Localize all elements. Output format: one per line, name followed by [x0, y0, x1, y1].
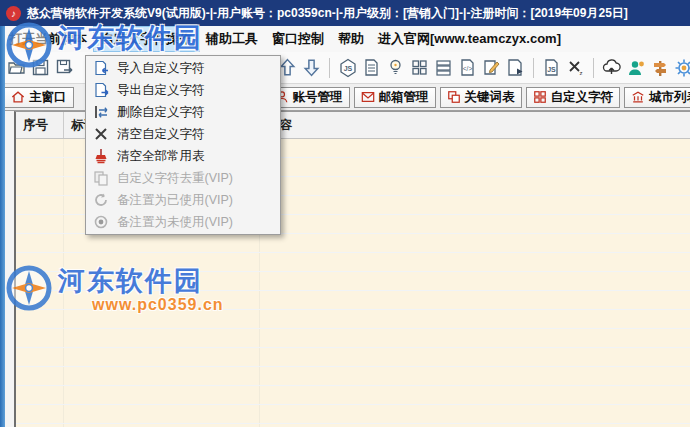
- table-cell: [64, 367, 260, 385]
- table-row: [16, 386, 690, 405]
- title-bar: ♪ 慈众营销软件开发系统V9(试用版)-|-用户账号：pc0359cn-|-用户…: [0, 0, 690, 26]
- column-header-index[interactable]: 序号: [16, 112, 64, 138]
- menu-item-label: 清空全部常用表: [117, 148, 205, 165]
- js-badge-icon[interactable]: JS: [337, 57, 358, 78]
- menu-item-dedup-vip: 自定义字符去重(VIP): [86, 167, 280, 189]
- doc-code-icon[interactable]: </>: [457, 57, 478, 78]
- js-file-icon[interactable]: JS: [541, 57, 562, 78]
- table-cell: [16, 177, 64, 195]
- open-folder-icon[interactable]: [6, 57, 27, 78]
- add-user-icon[interactable]: [625, 57, 646, 78]
- table-cell: [16, 348, 64, 366]
- menu-item-mark-unused-vip: 备注置为未使用(VIP): [86, 211, 280, 233]
- document-icon[interactable]: [361, 57, 382, 78]
- table-cell: [16, 310, 64, 328]
- tab-label: 主窗口: [29, 89, 67, 106]
- tab-city-list[interactable]: 城市列表: [624, 87, 690, 108]
- table-cell: [260, 329, 690, 347]
- table-row: [16, 367, 690, 386]
- menu-aux-tools[interactable]: 辅助工具: [199, 27, 265, 51]
- table-row: [16, 310, 690, 329]
- tab-custom-characters[interactable]: 自定义字符: [526, 87, 621, 108]
- table-cell: [16, 386, 64, 404]
- table-row: [16, 253, 690, 272]
- menu-item-delete-custom-chars[interactable]: 删除自定义字符: [86, 101, 280, 123]
- table-row: [16, 405, 690, 424]
- table-cell: [260, 139, 690, 157]
- tab-label: 关键词表: [465, 89, 515, 106]
- cloud-upload-icon[interactable]: [601, 57, 622, 78]
- table-cell: [260, 196, 690, 214]
- table-cell: [64, 405, 260, 423]
- tab-keyword-list[interactable]: 关键词表: [440, 87, 522, 108]
- doc-edit-icon[interactable]: [481, 57, 502, 78]
- table-cell: [64, 386, 260, 404]
- save-as-icon[interactable]: [54, 57, 75, 78]
- menu-open-script[interactable]: 打开当前脚本: [2, 27, 94, 51]
- table-cell: [260, 177, 690, 195]
- signpost-icon[interactable]: [649, 57, 670, 78]
- table-cell: [16, 291, 64, 309]
- table-cell: [64, 272, 260, 290]
- table-cell: [64, 329, 260, 347]
- dedup-icon: [93, 170, 109, 186]
- table-cell: [260, 386, 690, 404]
- table-cell: [260, 367, 690, 385]
- menu-help[interactable]: 帮助: [331, 27, 371, 51]
- export-icon: [93, 82, 109, 98]
- move-down-icon[interactable]: [301, 57, 322, 78]
- table-cell: [64, 253, 260, 271]
- table-cell: [260, 253, 690, 271]
- mark-unused-icon: [93, 214, 109, 230]
- table-cell: [260, 215, 690, 233]
- custom-char-ops-dropdown: 导入自定义字符 导出自定义字符 删除自定义字符 清空自定义字符 清空全部常用表 …: [85, 55, 281, 235]
- table-cell: [16, 139, 64, 157]
- close-script-icon[interactable]: z: [565, 57, 586, 78]
- svg-text:JS: JS: [343, 65, 352, 72]
- table-cell: [16, 158, 64, 176]
- table-row: [16, 272, 690, 291]
- doc-run-icon[interactable]: [505, 57, 526, 78]
- menu-item-label: 自定义字符去重(VIP): [117, 170, 233, 187]
- mail-icon: [361, 90, 375, 104]
- menu-item-label: 备注置为未使用(VIP): [117, 214, 233, 231]
- toolbar-separator: [593, 58, 594, 78]
- table-row: [16, 329, 690, 348]
- tab-main-window[interactable]: 主窗口: [4, 87, 74, 108]
- tab-mailbox-management[interactable]: 邮箱管理: [354, 87, 436, 108]
- table-cell: [16, 253, 64, 271]
- column-header-content[interactable]: 内容: [260, 112, 690, 138]
- settings-gear-icon[interactable]: [673, 57, 690, 78]
- table-cell: [260, 272, 690, 290]
- menu-item-clear-custom-chars[interactable]: 清空自定义字符: [86, 123, 280, 145]
- menu-window-control[interactable]: 窗口控制: [265, 27, 331, 51]
- save-icon[interactable]: [30, 57, 51, 78]
- svg-text:JS: JS: [547, 66, 556, 73]
- menu-item-clear-all-tables[interactable]: 清空全部常用表: [86, 145, 280, 167]
- lightbulb-icon[interactable]: [385, 57, 406, 78]
- svg-text:</>: </>: [463, 65, 473, 72]
- menu-bar: 打开当前脚本 自定义字符操作 辅助工具 窗口控制 帮助 进入官网[www.tea…: [0, 26, 690, 52]
- grid-icon[interactable]: [409, 57, 430, 78]
- panel-gap: [5, 111, 14, 427]
- table-cell: [260, 158, 690, 176]
- home-icon: [11, 90, 25, 104]
- table-row: [16, 291, 690, 310]
- table-cell: [16, 405, 64, 423]
- menu-item-export-custom-chars[interactable]: 导出自定义字符: [86, 79, 280, 101]
- table-cell: [16, 234, 64, 252]
- table-row: [16, 234, 690, 253]
- toolbar-separator: [329, 58, 330, 78]
- table-cell: [16, 367, 64, 385]
- red-brush-icon: [93, 148, 109, 164]
- layers-icon[interactable]: [433, 57, 454, 78]
- menu-custom-char-ops[interactable]: 自定义字符操作: [94, 27, 199, 51]
- tab-label: 城市列表: [649, 89, 690, 106]
- menu-item-import-custom-chars[interactable]: 导入自定义字符: [86, 57, 280, 79]
- menu-official-site[interactable]: 进入官网[www.teamczyx.com]: [371, 27, 568, 51]
- table-cell: [260, 348, 690, 366]
- table-cell: [260, 310, 690, 328]
- chars-grid-icon: [533, 90, 547, 104]
- window-title: 慈众营销软件开发系统V9(试用版)-|-用户账号：pc0359cn-|-用户级别…: [27, 5, 628, 22]
- import-icon: [93, 60, 109, 76]
